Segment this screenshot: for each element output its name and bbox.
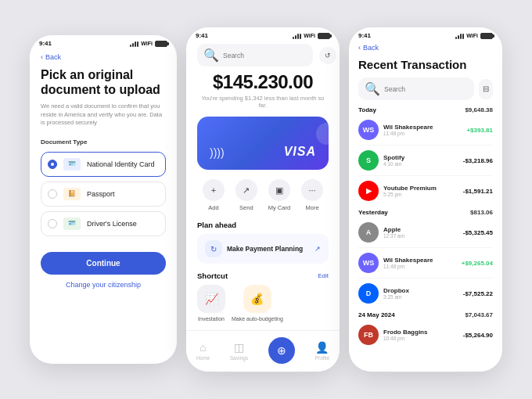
card-nfc-icon: )))) bbox=[210, 146, 225, 159]
shortcut-investment[interactable]: 📈 Investation bbox=[197, 285, 225, 322]
doc-option-passport[interactable]: 📔 Passport bbox=[41, 182, 166, 207]
plan-icon: ↻ bbox=[205, 240, 222, 257]
shortcut-row: 📈 Investation 💰 Make auto-budgeting bbox=[197, 285, 329, 322]
radio-license bbox=[48, 219, 57, 228]
right-phone: 9:41 WiFi ‹ Back Recent Transaction 🔍 ⊟ bbox=[349, 27, 502, 372]
txn-spotify[interactable]: S Spotify 4:10 am -$3,218.96 bbox=[358, 147, 493, 174]
balance-section: $145.230.00 You're spending $1,342 less … bbox=[197, 71, 329, 109]
bottom-nav: ⌂ Home ◫ Savings ⊕ 👤 Profile bbox=[186, 330, 340, 372]
status-bar-middle: 9:41 WiFi bbox=[186, 27, 340, 41]
action-more[interactable]: ··· More bbox=[301, 179, 323, 211]
group-today: Today $9,648.38 bbox=[358, 106, 493, 113]
plan-card-left: ↻ Make Payment Planning bbox=[205, 240, 303, 257]
card-brand: VISA bbox=[284, 145, 316, 159]
doc-icon-license: 🪪 bbox=[63, 217, 81, 230]
balance-subtitle: You're spending $1,342 less than last mo… bbox=[197, 95, 329, 109]
savings-label: Savings bbox=[230, 355, 248, 361]
plan-section-title: Plan ahead bbox=[197, 221, 329, 229]
avatar-apple: A bbox=[358, 222, 379, 243]
autobudget-icon: 💰 bbox=[243, 285, 271, 313]
send-label: Send bbox=[239, 204, 253, 211]
avatar-youtube: ▶ bbox=[358, 181, 379, 201]
txn-frodo[interactable]: FB Frodo Baggins 10:48 pm -$5,264.90 bbox=[358, 322, 493, 348]
txn-wil-yesterday[interactable]: WS Wil Shakespeare 11:48 pm +$9,265.04 bbox=[358, 250, 493, 276]
investment-label: Investation bbox=[198, 316, 225, 322]
status-icons-middle: WiFi bbox=[293, 33, 330, 39]
more-label: More bbox=[305, 204, 318, 211]
status-time-middle: 9:41 bbox=[196, 32, 208, 39]
avatar-spotify: S bbox=[358, 150, 379, 171]
balance-amount: $145.230.00 bbox=[197, 71, 329, 93]
action-send[interactable]: ↗ Send bbox=[235, 179, 257, 211]
radio-national bbox=[48, 160, 57, 169]
savings-icon: ◫ bbox=[234, 341, 244, 354]
action-add[interactable]: + Add bbox=[203, 179, 225, 211]
shortcut-edit-link[interactable]: Edit bbox=[318, 272, 329, 279]
search-icon-middle: 🔍 bbox=[203, 48, 219, 63]
refresh-button[interactable]: ↺ bbox=[319, 47, 336, 64]
mycard-icon: ▣ bbox=[268, 179, 290, 201]
plan-item-label: Make Payment Planning bbox=[227, 245, 303, 253]
doc-icon-national: 🪪 bbox=[63, 158, 81, 171]
search-bar-middle[interactable]: 🔍 bbox=[197, 44, 313, 66]
left-phone: 9:41 WiFi ‹ Back Pick an original docume… bbox=[30, 35, 177, 364]
status-time-left: 9:41 bbox=[39, 40, 52, 47]
txn-info-frodo: Frodo Baggins 10:48 pm bbox=[383, 329, 458, 341]
group-may: 24 May 2024 $7,043.67 bbox=[358, 311, 493, 318]
action-row: + Add ↗ Send ▣ My Card ··· More bbox=[197, 179, 329, 211]
avatar-frodo: FB bbox=[358, 325, 379, 345]
nav-home[interactable]: ⌂ Home bbox=[196, 341, 210, 361]
myplan-active-bg: ⊕ bbox=[268, 337, 295, 364]
doc-label-national: National Identity Card bbox=[87, 160, 155, 168]
shortcut-section-title: Shortcut bbox=[197, 271, 228, 280]
avatar-wil-today: WS bbox=[358, 120, 379, 140]
nav-profile[interactable]: 👤 Profile bbox=[315, 341, 329, 361]
plan-card[interactable]: ↻ Make Payment Planning ↗ bbox=[197, 234, 329, 264]
change-citizenship-link[interactable]: Change your citizenship bbox=[41, 281, 166, 289]
txn-info-spotify: Spotify 4:10 am bbox=[383, 154, 458, 167]
add-label: Add bbox=[208, 204, 218, 211]
status-icons-right: WiFi bbox=[455, 33, 493, 39]
investment-icon: 📈 bbox=[197, 285, 225, 313]
continue-button[interactable]: Continue bbox=[41, 252, 166, 275]
plan-arrow-icon: ↗ bbox=[315, 245, 321, 253]
txn-dropbox[interactable]: D Dropbox 3:25 am -$7,525.22 bbox=[358, 280, 493, 307]
middle-phone: 9:41 WiFi 🔍 ↺ 🔔 $145.230.00 You'r bbox=[186, 27, 340, 372]
more-icon: ··· bbox=[301, 179, 323, 201]
doc-type-label: Document Type bbox=[41, 138, 166, 146]
page-subtitle-left: We need a valid document to confirm that… bbox=[41, 102, 166, 128]
doc-option-national[interactable]: 🪪 National Identity Card bbox=[41, 152, 166, 177]
txn-info-apple: Apple 12:37 am bbox=[383, 226, 458, 239]
filter-button[interactable]: ⊟ bbox=[479, 79, 493, 99]
status-bar-right: 9:41 WiFi bbox=[349, 27, 502, 41]
status-time-right: 9:41 bbox=[358, 32, 371, 39]
nav-myplan[interactable]: ⊕ bbox=[268, 337, 295, 364]
page-title-left: Pick an original document to upload bbox=[41, 67, 166, 97]
status-icons-left: WiFi bbox=[130, 41, 167, 47]
txn-apple[interactable]: A Apple 12:37 am -$5,325.45 bbox=[358, 219, 493, 246]
txn-wil-today[interactable]: WS Wil Shakespeare 11:48 pm +$393.81 bbox=[358, 117, 493, 143]
search-icon-right: 🔍 bbox=[365, 81, 380, 96]
home-label: Home bbox=[196, 355, 210, 361]
home-icon: ⌂ bbox=[200, 341, 206, 354]
group-yesterday: Yesterday $813.06 bbox=[358, 209, 493, 216]
shortcut-autobudget[interactable]: 💰 Make auto-budgeting bbox=[232, 285, 283, 322]
nav-savings[interactable]: ◫ Savings bbox=[230, 341, 248, 361]
radio-passport bbox=[48, 189, 57, 199]
add-icon: + bbox=[203, 179, 225, 201]
action-mycard[interactable]: ▣ My Card bbox=[268, 179, 290, 211]
back-button-right[interactable]: ‹ Back bbox=[358, 44, 493, 52]
credit-card[interactable]: )))) VISA bbox=[197, 117, 329, 170]
txn-youtube[interactable]: ▶ Youtube Premium 5:25 pm -$1,591.21 bbox=[358, 178, 493, 204]
back-button-left[interactable]: ‹ Back bbox=[41, 53, 166, 61]
search-input-middle[interactable] bbox=[223, 52, 307, 59]
header-icons: ↺ 🔔 bbox=[319, 47, 340, 64]
autobudget-label: Make auto-budgeting bbox=[232, 316, 283, 322]
doc-option-license[interactable]: 🪪 Driver's License bbox=[41, 211, 166, 236]
doc-label-license: Driver's License bbox=[87, 220, 137, 228]
mycard-label: My Card bbox=[268, 204, 290, 211]
search-bar-right[interactable]: 🔍 bbox=[358, 77, 474, 100]
txn-info-dropbox: Dropbox 3:25 am bbox=[383, 287, 458, 300]
txn-info-wil-today: Wil Shakespeare 11:48 pm bbox=[383, 124, 462, 136]
search-input-right[interactable] bbox=[384, 85, 468, 93]
